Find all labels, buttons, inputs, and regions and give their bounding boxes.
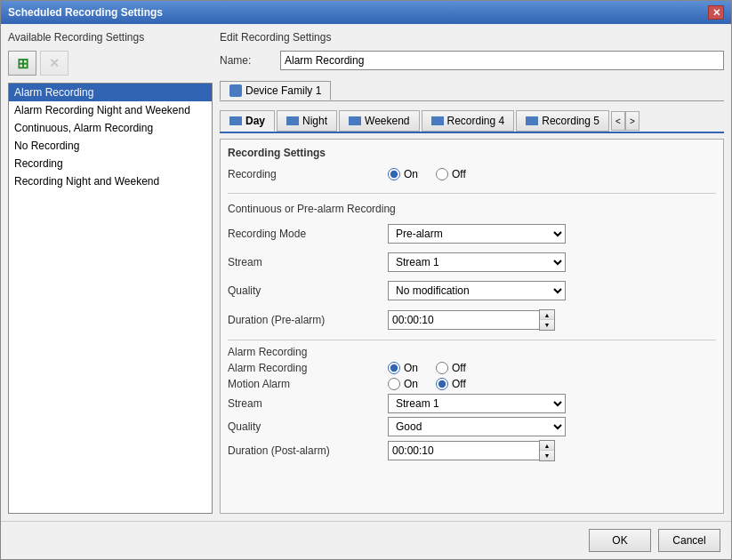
delete-button[interactable]: ✕ bbox=[40, 51, 68, 76]
duration-prealarm-input[interactable] bbox=[388, 310, 539, 330]
recording-off-radio[interactable]: Off bbox=[436, 168, 466, 180]
quality-select[interactable]: No modification High Medium Low bbox=[388, 281, 566, 300]
recording-off-label: Off bbox=[452, 168, 466, 180]
alarm-stream-select[interactable]: Stream 1 Stream 2 Stream 3 bbox=[388, 394, 566, 413]
duration-postalarm-input[interactable] bbox=[388, 441, 539, 460]
recording-row: Recording On Off bbox=[228, 168, 716, 180]
alarm-on-label: On bbox=[404, 362, 418, 374]
tab-next-button[interactable]: > bbox=[625, 111, 639, 131]
stream-label: Stream bbox=[228, 256, 388, 268]
list-item[interactable]: Alarm Recording bbox=[9, 84, 212, 101]
delete-icon: ✕ bbox=[49, 56, 60, 70]
motion-alarm-radio-group: On Off bbox=[388, 378, 466, 390]
tab-weekend-label: Weekend bbox=[365, 115, 409, 127]
content-area: Recording Settings Recording On Off bbox=[220, 139, 724, 514]
duration-postalarm-row: Duration (Post-alarm) ▲ ▼ bbox=[228, 440, 716, 461]
day-tab-icon bbox=[229, 116, 242, 125]
tab-recording4[interactable]: Recording 4 bbox=[422, 110, 515, 132]
duration-prealarm-row: Duration (Pre-alarm) ▲ ▼ bbox=[228, 309, 716, 331]
right-panel-title: Edit Recording Settings bbox=[220, 31, 724, 44]
alarm-recording-radio-group: On Off bbox=[388, 362, 466, 374]
list-item[interactable]: Recording bbox=[9, 155, 212, 172]
alarm-section: Alarm Recording Alarm Recording On Off bbox=[228, 340, 716, 465]
motion-alarm-label: Motion Alarm bbox=[228, 378, 388, 390]
spinbox-down-button[interactable]: ▼ bbox=[540, 320, 554, 330]
spinbox-up-button[interactable]: ▲ bbox=[540, 310, 554, 320]
subsection-title: Continuous or Pre-alarm Recording bbox=[228, 203, 716, 215]
left-panel-title: Available Recording Settings bbox=[8, 31, 213, 44]
cancel-button[interactable]: Cancel bbox=[658, 529, 720, 552]
tab-recording5-label: Recording 5 bbox=[542, 115, 599, 127]
alarm-on-radio[interactable]: On bbox=[388, 362, 418, 374]
weekend-tab-icon bbox=[349, 116, 361, 125]
recording-tabs: Day Night Weekend Recording 4 Recording … bbox=[220, 110, 724, 133]
alarm-quality-label: Quality bbox=[228, 420, 388, 433]
alarm-quality-select[interactable]: Good High Medium Low No modification bbox=[388, 417, 566, 436]
dialog-body: Available Recording Settings ⊞ ✕ Alarm R… bbox=[1, 24, 731, 521]
quality-label: Quality bbox=[228, 284, 388, 297]
duration-postalarm-spinbox: ▲ ▼ bbox=[388, 440, 555, 461]
recording-mode-select[interactable]: Pre-alarm Continuous Disabled bbox=[388, 224, 566, 244]
alarm-stream-label: Stream bbox=[228, 397, 388, 410]
motion-alarm-row: Motion Alarm On Off bbox=[228, 378, 716, 390]
divider bbox=[228, 193, 716, 194]
tab-day[interactable]: Day bbox=[220, 110, 275, 132]
recording-mode-row: Recording Mode Pre-alarm Continuous Disa… bbox=[228, 224, 716, 244]
motion-off-label: Off bbox=[452, 378, 466, 390]
recording-on-label: On bbox=[404, 168, 418, 180]
toolbar: ⊞ ✕ bbox=[8, 51, 213, 76]
ok-button[interactable]: OK bbox=[589, 529, 651, 552]
alarm-stream-row: Stream Stream 1 Stream 2 Stream 3 bbox=[228, 394, 716, 413]
device-tab-bar: Device Family 1 bbox=[220, 81, 724, 101]
night-tab-icon bbox=[286, 116, 299, 125]
tab-weekend[interactable]: Weekend bbox=[339, 110, 419, 132]
list-item[interactable]: No Recording bbox=[9, 137, 212, 155]
motion-on-radio[interactable]: On bbox=[388, 378, 418, 390]
motion-on-label: On bbox=[404, 378, 418, 390]
device-family-tab[interactable]: Device Family 1 bbox=[220, 81, 331, 100]
tab-prev-button[interactable]: < bbox=[611, 111, 625, 131]
recording-field-label: Recording bbox=[228, 168, 388, 180]
recording-mode-label: Recording Mode bbox=[228, 228, 388, 240]
list-item[interactable]: Recording Night and Weekend bbox=[9, 172, 212, 190]
spinbox-buttons: ▲ ▼ bbox=[539, 309, 555, 331]
list-item[interactable]: Continuous, Alarm Recording bbox=[9, 119, 212, 137]
recording-radio-group: On Off bbox=[388, 168, 466, 180]
duration-prealarm-spinbox: ▲ ▼ bbox=[388, 309, 555, 331]
duration-prealarm-label: Duration (Pre-alarm) bbox=[228, 314, 388, 326]
tab-night-label: Night bbox=[302, 115, 327, 127]
alarm-off-label: Off bbox=[452, 362, 466, 374]
alarm-recording-row: Alarm Recording On Off bbox=[228, 362, 716, 374]
add-icon: ⊞ bbox=[17, 55, 28, 72]
left-panel: Available Recording Settings ⊞ ✕ Alarm R… bbox=[8, 31, 213, 514]
stream-select[interactable]: Stream 1 Stream 2 Stream 3 bbox=[388, 252, 566, 272]
alarm-quality-row: Quality Good High Medium Low No modifica… bbox=[228, 417, 716, 436]
recording5-tab-icon bbox=[526, 116, 538, 125]
stream-row: Stream Stream 1 Stream 2 Stream 3 bbox=[228, 252, 716, 272]
dialog-title: Scheduled Recording Settings bbox=[8, 6, 163, 19]
tab-night[interactable]: Night bbox=[277, 110, 337, 132]
quality-row: Quality No modification High Medium Low bbox=[228, 281, 716, 300]
name-label: Name: bbox=[220, 54, 273, 67]
close-button[interactable]: ✕ bbox=[708, 5, 724, 20]
alarm-section-title: Alarm Recording bbox=[228, 346, 716, 358]
alarm-off-radio[interactable]: Off bbox=[436, 362, 466, 374]
tab-day-label: Day bbox=[245, 115, 265, 127]
spinbox-buttons-postalarm: ▲ ▼ bbox=[539, 440, 555, 461]
recording-settings-title: Recording Settings bbox=[228, 147, 716, 159]
motion-off-radio[interactable]: Off bbox=[436, 378, 466, 390]
dialog-footer: OK Cancel bbox=[1, 521, 731, 559]
spinbox-up-postalarm-button[interactable]: ▲ bbox=[540, 441, 554, 451]
recording-on-radio[interactable]: On bbox=[388, 168, 418, 180]
spinbox-down-postalarm-button[interactable]: ▼ bbox=[540, 451, 554, 460]
tab-recording4-label: Recording 4 bbox=[447, 115, 505, 127]
name-input[interactable] bbox=[280, 51, 724, 70]
tab-recording5[interactable]: Recording 5 bbox=[516, 110, 609, 132]
device-tab-icon bbox=[229, 84, 242, 97]
add-button[interactable]: ⊞ bbox=[8, 51, 36, 76]
recording4-tab-icon bbox=[431, 116, 444, 125]
list-item[interactable]: Alarm Recording Night and Weekend bbox=[9, 101, 212, 119]
device-tab-label: Device Family 1 bbox=[245, 84, 321, 97]
name-row: Name: bbox=[220, 51, 724, 70]
duration-postalarm-label: Duration (Post-alarm) bbox=[228, 444, 388, 457]
